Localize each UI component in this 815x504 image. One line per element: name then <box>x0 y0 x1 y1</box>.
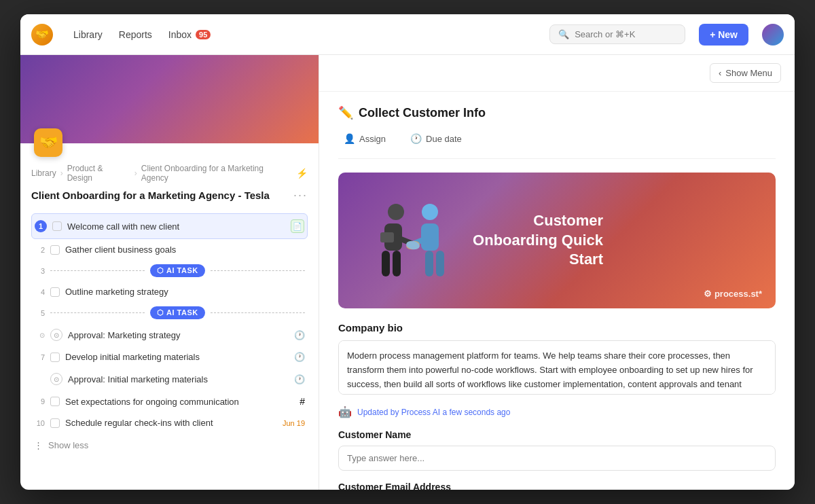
search-bar[interactable]: 🔍 <box>549 24 685 44</box>
inbox-badge: 95 <box>196 30 211 39</box>
right-panel-content: ✏️ Collect Customer Info 👤 Assign 🕐 Due … <box>319 92 795 490</box>
breadcrumb-sep-1: › <box>60 168 63 178</box>
company-bio-textarea[interactable]: Modern process management platform for t… <box>338 340 776 395</box>
task-label-8: Approval: Initial marketing materials <box>68 374 289 384</box>
task-checkbox-4[interactable] <box>50 287 60 297</box>
task-number-2: 2 <box>34 246 45 254</box>
task-number-6: ⊙ <box>34 331 45 339</box>
task-checkbox-10[interactable] <box>50 418 60 428</box>
breadcrumb-workflow[interactable]: Client Onboarding for a Marketing Agency <box>141 164 292 183</box>
ai-task-line-right-5 <box>211 312 305 313</box>
task-checkbox-2[interactable] <box>50 245 60 255</box>
breadcrumb: Library › Product & Design › Client Onbo… <box>31 164 308 183</box>
approval-icon-6: ⊙ <box>50 329 62 341</box>
task-number-9: 9 <box>34 397 45 406</box>
right-panel: ‹ Show Menu ✏️ Collect Customer Info 👤 A… <box>319 55 795 490</box>
reports-nav-link[interactable]: Reports <box>112 25 159 44</box>
task-item[interactable]: 1 Welcome call with new client 📄 <box>31 213 308 239</box>
process-st-logo-text: process.st* <box>714 289 762 299</box>
assign-button[interactable]: 👤 Assign <box>338 130 391 147</box>
task-item[interactable]: ⊙ ⊙ Approval: Marketing strategy 🕐 <box>31 323 308 346</box>
assign-label: Assign <box>359 134 386 144</box>
new-button-label: + New <box>710 29 738 40</box>
app-logo[interactable]: 🤝 <box>31 24 53 46</box>
onboarding-image-content: Customer Onboarding Quick Start <box>467 211 755 270</box>
svg-rect-5 <box>380 232 394 242</box>
customer-name-input[interactable] <box>338 446 776 471</box>
clock-badge-8: 🕐 <box>294 374 305 384</box>
task-label-9: Set expectations for ongoing communicati… <box>65 397 294 407</box>
inbox-label: Inbox <box>168 29 192 40</box>
nav-links: Library Reports Inbox 95 <box>67 25 217 44</box>
search-icon: 🔍 <box>558 29 569 39</box>
task-label-1: Welcome call with new client <box>67 221 285 232</box>
task-item[interactable]: 9 Set expectations for ongoing communica… <box>31 391 308 412</box>
task-label-10: Schedule regular check-ins with client <box>65 418 277 428</box>
task-item[interactable]: 2 Gather client business goals <box>31 239 308 260</box>
ai-task-line-left-5 <box>50 312 145 313</box>
panel-menu-button[interactable]: ··· <box>293 188 308 202</box>
task-number-10: 10 <box>34 419 45 427</box>
task-date-10: Jun 19 <box>283 419 305 427</box>
ai-update-row: 🤖 Updated by Process AI a few seconds ag… <box>338 406 776 418</box>
user-avatar[interactable] <box>762 24 784 46</box>
due-date-label: Due date <box>426 134 462 144</box>
search-input[interactable] <box>575 29 676 39</box>
show-menu-button[interactable]: ‹ Show Menu <box>710 63 781 83</box>
ai-task-line-left <box>50 270 145 271</box>
task-checkbox-9[interactable] <box>50 397 60 406</box>
panel-body: Library › Product & Design › Client Onbo… <box>20 143 319 490</box>
clock-icon: 🕐 <box>410 133 422 144</box>
inbox-nav-link[interactable]: Inbox 95 <box>162 25 218 44</box>
task-number-4: 4 <box>34 288 45 296</box>
slack-badge-9: # <box>300 396 305 407</box>
breadcrumb-library[interactable]: Library <box>31 168 56 178</box>
task-list: 1 Welcome call with new client 📄 2 Gathe… <box>31 213 308 433</box>
task-item[interactable]: ⊙ Approval: Initial marketing materials … <box>31 367 308 391</box>
task-doc-badge-1: 📄 <box>291 219 304 233</box>
task-checkbox-7[interactable] <box>50 353 60 362</box>
library-nav-link[interactable]: Library <box>67 25 109 44</box>
top-navigation: 🤝 Library Reports Inbox 95 🔍 + New <box>20 14 795 55</box>
due-date-button[interactable]: 🕐 Due date <box>405 130 467 147</box>
task-label-2: Gather client business goals <box>65 245 305 255</box>
task-item[interactable]: 7 Develop initial marketing materials 🕐 <box>31 346 308 367</box>
task-item[interactable]: 10 Schedule regular check-ins with clien… <box>31 412 308 433</box>
ai-robot-icon: 🤖 <box>338 406 352 418</box>
ai-task-badge-5: ⬡ AI TASK <box>150 306 204 319</box>
panel-title: Client Onboarding for a Marketing Agency… <box>31 190 270 201</box>
onboarding-image: Customer Onboarding Quick Start ⚙ proces… <box>338 173 776 308</box>
show-less-button[interactable]: ⋮ Show less <box>31 433 308 453</box>
breadcrumb-product-design[interactable]: Product & Design <box>67 164 130 183</box>
svg-point-0 <box>388 204 404 220</box>
lightning-icon: ⚡ <box>296 168 308 179</box>
svg-rect-4 <box>393 251 401 276</box>
handshake-illustration <box>359 186 467 295</box>
task-number-3: 3 <box>34 267 45 275</box>
task-number-1: 1 <box>35 220 47 232</box>
process-st-logo-icon: ⚙ <box>704 289 712 299</box>
task-item[interactable]: 4 Outline marketing strategy <box>31 281 308 302</box>
breadcrumb-sep-2: › <box>134 168 137 178</box>
ai-task-row-5: 5 ⬡ AI TASK <box>31 302 308 323</box>
task-label-7: Develop initial marketing materials <box>65 352 289 362</box>
ai-task-badge-3: ⬡ AI TASK <box>150 264 204 277</box>
task-label-6: Approval: Marketing strategy <box>68 330 289 340</box>
clock-badge-7: 🕐 <box>294 352 305 362</box>
company-bio-section-title: Company bio <box>338 322 776 334</box>
onboarding-image-text: Customer Onboarding Quick Start <box>467 211 603 270</box>
task-label-4: Outline marketing strategy <box>65 287 305 297</box>
svg-rect-10 <box>436 251 444 276</box>
svg-rect-3 <box>382 251 390 276</box>
show-less-label: Show less <box>48 440 88 450</box>
clock-badge-6: 🕐 <box>294 330 305 340</box>
task-meta-row: 👤 Assign 🕐 Due date <box>338 130 776 159</box>
panel-title-row: Client Onboarding for a Marketing Agency… <box>31 188 308 202</box>
left-panel: 🤝 Library › Product & Design › Client On… <box>20 55 319 490</box>
main-content: 🤝 Library › Product & Design › Client On… <box>20 55 795 490</box>
task-title-icon: ✏️ <box>338 105 353 120</box>
new-button[interactable]: + New <box>699 24 748 46</box>
person-icon: 👤 <box>344 133 355 144</box>
task-checkbox-1[interactable] <box>52 221 62 231</box>
right-panel-header: ‹ Show Menu <box>319 55 795 92</box>
